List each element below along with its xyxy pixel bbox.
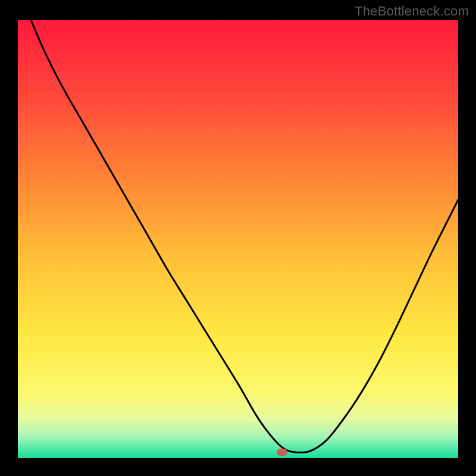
bottleneck-curve <box>18 20 458 458</box>
watermark-text: TheBottleneck.com <box>355 4 469 19</box>
plot-frame <box>18 20 458 458</box>
optimum-marker <box>277 449 287 456</box>
chart-container: TheBottleneck.com <box>0 0 476 476</box>
plot-area <box>18 20 458 458</box>
